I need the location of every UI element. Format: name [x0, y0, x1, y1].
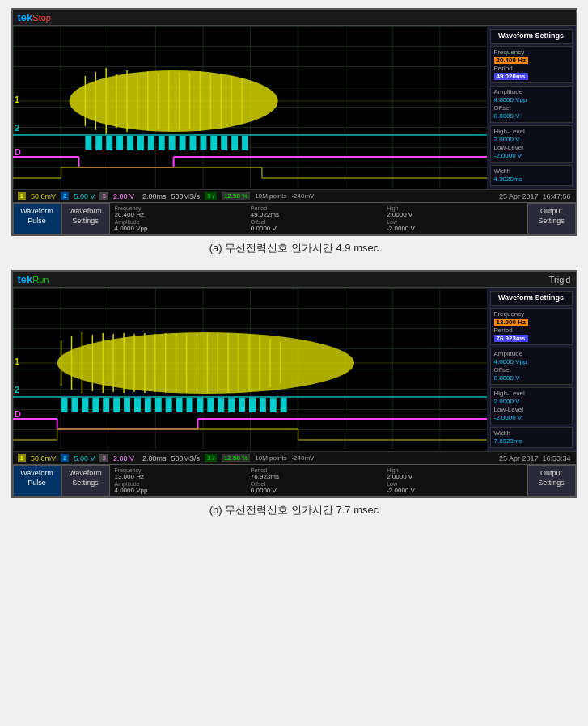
sidebar-high-val-a: 2.0000 V	[494, 136, 520, 143]
sidebar-freq-val-b: 13.000 Hz	[494, 319, 528, 326]
sidebar-waveform-title-b: Waveform Settings	[494, 293, 569, 302]
svg-rect-42	[116, 136, 123, 150]
svg-rect-48	[179, 136, 185, 150]
svg-rect-137	[280, 398, 286, 412]
datetime-b: 25 Apr 2017 16:53:34	[499, 454, 571, 462]
svg-rect-119	[92, 398, 99, 412]
ch2-val-a: 5.00 V	[74, 192, 95, 200]
svg-rect-49	[189, 136, 196, 150]
ch1-badge-b: 1	[18, 454, 26, 462]
afg-badge-a: 3	[99, 192, 108, 200]
toolbar-btn2-b[interactable]: Waveform Settings	[61, 465, 110, 496]
sidebar-amp-label-a: Amplitude	[494, 88, 523, 95]
sidebar-amplitude-a: Amplitude 4.0000 Vpp Offset 0.0000 V	[490, 86, 573, 123]
points-b: 10M points	[255, 454, 286, 462]
svg-text:D: D	[14, 147, 20, 157]
toolbar-btn3-a[interactable]: Output Settings	[527, 203, 576, 234]
ch2-val-b: 5.00 V	[74, 454, 95, 462]
svg-text:2: 2	[14, 385, 19, 395]
sidebar-amplitude-b: Amplitude 4.0000 Vpp Offset 0.0000 V	[490, 348, 573, 385]
scope-header-a: tek Stop	[13, 10, 576, 26]
sidebar-waveform-settings-b: Waveform Settings	[490, 291, 573, 306]
svg-rect-125	[154, 398, 161, 412]
svg-rect-41	[106, 136, 112, 150]
ch1-badge-a: 1	[18, 192, 26, 200]
svg-rect-40	[95, 136, 102, 150]
brand-b: tek	[18, 273, 33, 285]
scope-waveform-b: 1 2 D	[13, 288, 487, 450]
svg-text:1: 1	[14, 95, 19, 104]
svg-rect-129	[197, 398, 203, 412]
svg-rect-39	[85, 136, 91, 150]
svg-rect-54	[242, 136, 248, 150]
sidebar-width-label-b: Width	[494, 429, 510, 437]
sidebar-amp-label-b: Amplitude	[494, 350, 523, 357]
caption-a: (a) 무선전력신호 인가시간 4.9 msec	[11, 241, 577, 255]
status-a: Stop	[32, 13, 51, 23]
trig-level-a: -240mV	[291, 192, 314, 200]
ch1-val-b: 50.0mV	[31, 454, 56, 462]
svg-rect-44	[137, 136, 143, 150]
svg-rect-50	[200, 136, 206, 150]
sidebar-amp-val-a: 4.0000 Vpp	[494, 96, 527, 103]
sidebar-waveform-settings-a: Waveform Settings	[490, 29, 573, 44]
svg-rect-52	[221, 136, 227, 150]
samplerate-b: 500MS/s	[171, 454, 200, 462]
toolbar-btn3-b[interactable]: Output Settings	[527, 465, 576, 496]
ch1-val-a: 50.0mV	[31, 192, 56, 200]
ch2-badge-b: 2	[61, 454, 69, 462]
toolbar-info-b: Frequency 13.000 Hz Period 76.923ms High…	[110, 465, 527, 496]
oscilloscope-b: tek Run Trig'd 1 2 D	[11, 270, 577, 527]
sidebar-period-val-b: 76.923ms	[494, 335, 528, 342]
samplerate-a: 500MS/s	[171, 192, 200, 200]
ch2-badge-a: 2	[61, 192, 69, 200]
points-a: 10M points	[255, 192, 286, 200]
sidebar-frequency-a: Frequency 20.400 Hz Period 49.020ms	[490, 46, 573, 83]
record-b: 12.50 %	[222, 454, 250, 462]
toolbar-btn1-a[interactable]: Waveform Pulse	[13, 203, 61, 234]
sidebar-high-label-b: High-Level	[494, 390, 525, 397]
afg-badge-b: 3	[99, 454, 108, 462]
svg-rect-43	[127, 136, 133, 150]
toolbar-btn2-a[interactable]: Waveform Settings	[61, 203, 110, 234]
afg-val-a: 2.00 V	[113, 192, 134, 200]
sidebar-waveform-title-a: Waveform Settings	[494, 32, 569, 40]
sidebar-width-a: Width 4.9020ms	[490, 165, 573, 186]
scope-frame-b: tek Run Trig'd 1 2 D	[11, 270, 577, 498]
sidebar-period-label-a: Period	[494, 65, 513, 72]
toolbar-btn1-b[interactable]: Waveform Pulse	[13, 465, 61, 496]
sidebar-freq-label-a: Frequency	[494, 49, 525, 56]
trig-level-b: -240mV	[291, 454, 314, 462]
sidebar-period-val-a: 49.020ms	[494, 73, 528, 80]
svg-text:2: 2	[14, 123, 19, 133]
sidebar-levels-a: High-Level 2.0000 V Low-Level -2.0000 V	[490, 125, 573, 163]
sidebar-amp-val-b: 4.0000 Vpp	[494, 358, 527, 365]
timebase-a: 2.00ms	[142, 192, 167, 200]
svg-rect-127	[176, 398, 182, 412]
sidebar-low-label-b: Low-Level	[494, 406, 523, 413]
trig-badge-b: 3 /	[205, 454, 217, 462]
svg-point-5	[69, 70, 277, 132]
scope-statusbar-b: 1 50.0mV 2 5.00 V 3 2.00 V 2.00ms 500MS/…	[13, 451, 576, 464]
svg-rect-124	[144, 398, 150, 412]
svg-rect-134	[249, 398, 256, 412]
svg-rect-47	[168, 136, 175, 150]
sidebar-high-label-a: High-Level	[494, 128, 525, 135]
svg-rect-121	[113, 398, 120, 412]
oscilloscope-a: tek Stop 1 2 D	[11, 8, 577, 265]
svg-rect-133	[239, 398, 245, 412]
sidebar-low-val-a: -2.0000 V	[494, 152, 522, 159]
trig-badge-a: 3 /	[205, 192, 217, 200]
svg-rect-53	[231, 136, 238, 150]
sidebar-offset-val-b: 0.0000 V	[494, 374, 520, 382]
svg-text:D: D	[14, 409, 20, 419]
scope-sidebar-b: Waveform Settings Frequency 13.000 Hz Pe…	[487, 288, 576, 451]
scope-screen-b: 1 2 D	[13, 288, 487, 450]
scope-main-a: 1 2 D	[13, 26, 576, 189]
timebase-b: 2.00ms	[142, 454, 167, 462]
sidebar-width-val-b: 7.6923ms	[494, 437, 522, 445]
sidebar-frequency-b: Frequency 13.000 Hz Period 76.923ms	[490, 308, 573, 345]
record-a: 12.50 %	[222, 192, 250, 200]
sidebar-period-label-b: Period	[494, 327, 513, 334]
svg-rect-128	[186, 398, 192, 412]
